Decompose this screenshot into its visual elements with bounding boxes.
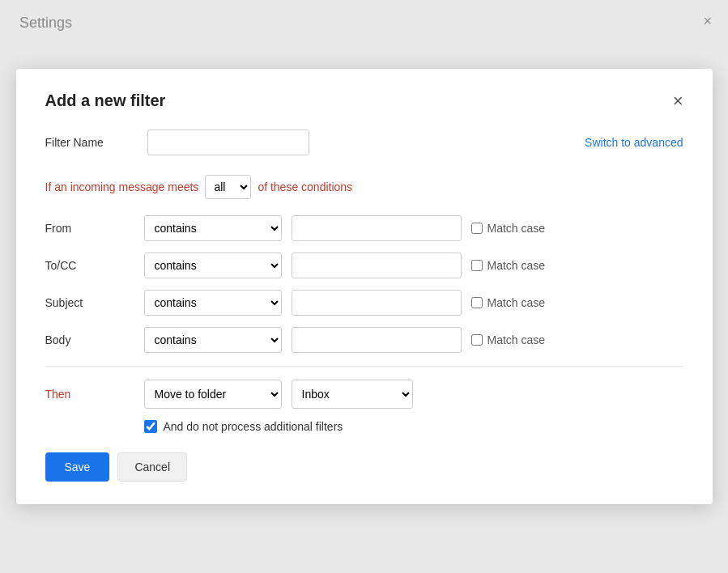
additional-filters-label: And do not process additional filters xyxy=(164,420,343,433)
subject-condition-select[interactable]: contains does not contain is is not begi… xyxy=(144,290,282,316)
subject-match-case-label: Match case xyxy=(487,296,546,309)
additional-filters-checkbox[interactable] xyxy=(144,420,157,433)
modal-overlay: Add a new filter × Filter Name Switch to… xyxy=(0,0,728,573)
body-match-case-label: Match case xyxy=(487,333,546,346)
footer-buttons: Save Cancel xyxy=(45,452,683,482)
from-match-case-label: Match case xyxy=(487,222,546,235)
filter-name-label: Filter Name xyxy=(45,136,134,149)
tocc-match-case-container: Match case xyxy=(471,259,546,272)
condition-row-tocc: To/CC contains does not contain is is no… xyxy=(45,253,683,278)
then-row: Then Move to folder Mark as read Delete … xyxy=(45,380,683,409)
additional-filters-row: And do not process additional filters xyxy=(144,420,683,433)
modal-dialog: Add a new filter × Filter Name Switch to… xyxy=(16,69,713,504)
switch-to-advanced-button[interactable]: Switch to advanced xyxy=(585,136,683,149)
modal-header: Add a new filter × xyxy=(45,91,683,110)
condition-row-from: From contains does not contain is is not… xyxy=(45,215,683,241)
filter-name-row: Filter Name Switch to advanced xyxy=(45,129,683,155)
from-match-case-container: Match case xyxy=(471,222,546,235)
body-condition-select[interactable]: contains does not contain is is not begi… xyxy=(144,327,282,353)
tocc-condition-select[interactable]: contains does not contain is is not begi… xyxy=(144,253,282,278)
subject-label: Subject xyxy=(45,296,134,309)
body-match-case-container: Match case xyxy=(471,333,546,346)
cancel-button[interactable]: Cancel xyxy=(117,452,187,482)
condition-row-body: Body contains does not contain is is not… xyxy=(45,327,683,353)
tocc-label: To/CC xyxy=(45,259,134,272)
tocc-match-case-checkbox[interactable] xyxy=(471,260,483,271)
modal-close-button[interactable]: × xyxy=(673,92,683,110)
then-action-select[interactable]: Move to folder Mark as read Delete Forwa… xyxy=(144,380,282,409)
conditions-suffix-text: of these conditions xyxy=(258,180,352,193)
from-value-input[interactable] xyxy=(292,215,462,241)
subject-value-input[interactable] xyxy=(292,290,462,316)
body-match-case-checkbox[interactable] xyxy=(471,334,483,346)
condition-row-subject: Subject contains does not contain is is … xyxy=(45,290,683,316)
filter-name-left: Filter Name xyxy=(45,129,309,155)
from-condition-select[interactable]: contains does not contain is is not begi… xyxy=(144,215,282,241)
body-label: Body xyxy=(45,333,134,346)
subject-match-case-checkbox[interactable] xyxy=(471,297,483,308)
tocc-value-input[interactable] xyxy=(292,253,462,278)
divider xyxy=(45,366,683,367)
conditions-all-select[interactable]: all any xyxy=(205,175,251,199)
tocc-match-case-label: Match case xyxy=(487,259,546,272)
folder-select[interactable]: Inbox Drafts Sent Trash Archive xyxy=(292,380,413,409)
conditions-prefix-text: If an incoming message meets xyxy=(45,180,199,193)
conditions-header: If an incoming message meets all any of … xyxy=(45,175,683,199)
from-match-case-checkbox[interactable] xyxy=(471,223,483,234)
filter-name-input[interactable] xyxy=(147,129,309,155)
from-label: From xyxy=(45,222,134,235)
save-button[interactable]: Save xyxy=(45,452,110,482)
then-label: Then xyxy=(45,388,134,401)
body-value-input[interactable] xyxy=(292,327,462,353)
modal-title: Add a new filter xyxy=(45,91,166,110)
subject-match-case-container: Match case xyxy=(471,296,546,309)
